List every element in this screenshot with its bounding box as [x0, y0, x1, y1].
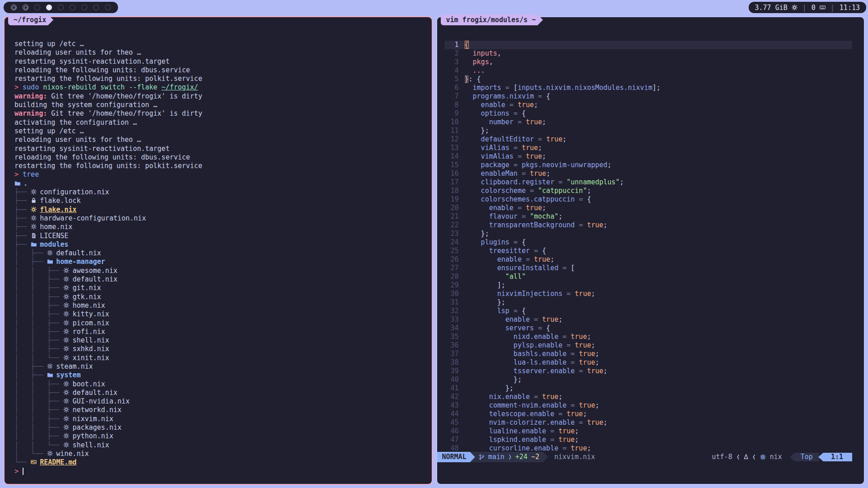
workspace-dot-empty[interactable]	[105, 5, 111, 10]
vim-tab-label: vim frogix/modules/s ~	[446, 16, 536, 24]
scroll-position-badge: Top	[790, 453, 819, 461]
gear-icon	[31, 188, 40, 197]
code-line: 23 };	[444, 230, 853, 238]
code-line: 39 tsserver.enable = true;	[444, 367, 853, 375]
code-line: 40 };	[444, 375, 853, 384]
vim-buffer[interactable]: 1{2 inputs,3 pkgs,4 ...5}: {6 imports = …	[437, 17, 864, 453]
gear-icon	[63, 389, 72, 397]
tree-item: │ │ ├── default.nix	[14, 275, 424, 284]
tree-item: │ │ ├── home.nix	[14, 301, 424, 310]
line-number: 8	[444, 101, 459, 109]
code-line: 35 nixd.enable = true;	[444, 333, 853, 341]
code-line: 21 flavour = "mocha";	[444, 212, 853, 221]
vim-tab[interactable]: vim frogix/modules/s ~	[441, 14, 538, 25]
code-line: 11 };	[444, 127, 853, 135]
code-line: 16 enableMan = true;	[444, 169, 853, 178]
folder-icon	[31, 240, 40, 249]
code-line: 7 programs.nixvim = {	[444, 92, 853, 101]
code-line: 26 enable = true;	[444, 255, 853, 264]
gear-icon	[47, 249, 56, 258]
terminal-line: > tree	[14, 170, 424, 179]
code-line: 34 servers = {	[444, 324, 853, 333]
line-number: 17	[444, 178, 459, 187]
tree-branch: ├──	[14, 214, 31, 222]
tree-item: └── README.md	[14, 458, 424, 467]
line-number: 46	[444, 427, 459, 436]
tree-branch: │ ├──	[14, 249, 47, 257]
line-number: 23	[444, 230, 459, 238]
tree-item-label: configuration.nix	[40, 188, 109, 196]
tree-branch: ├──	[14, 240, 31, 249]
tree-item: │ │ ├── nixvim.nix	[14, 415, 424, 423]
gear-icon	[63, 397, 72, 406]
line-number: 36	[444, 341, 459, 350]
line-number: 4	[444, 66, 459, 75]
tree-item-label: home.nix	[40, 223, 72, 231]
tree-branch: │ │ ├──	[14, 432, 63, 440]
tree-item-label: shell.nix	[72, 336, 109, 344]
workspace-dot-occupied[interactable]	[23, 5, 28, 10]
workspace-dot-empty[interactable]	[58, 5, 64, 10]
gear-icon	[63, 275, 72, 284]
code-line: 17 clipboard.register = "unnamedplus";	[444, 178, 853, 187]
tree-branch: │ │ ├──	[14, 423, 63, 432]
workspace-dot-active[interactable]	[46, 5, 52, 10]
tree-branch: ├──	[14, 232, 31, 240]
tree-item: │ │ ├── kitty.nix	[14, 310, 424, 319]
workspace-dot-empty[interactable]	[93, 5, 99, 10]
tree-item-label: picom.nix	[72, 319, 109, 327]
tree-item-label: awesome.nix	[72, 267, 117, 275]
gear-icon	[63, 284, 72, 292]
keyboard-icon	[820, 5, 826, 10]
gear-icon	[63, 380, 72, 389]
tree-item-label: networkd.nix	[72, 406, 121, 414]
tree-branch: │ │ ├──	[14, 267, 63, 275]
code-line: 1{	[444, 41, 853, 49]
terminal-line: reloading user units for theo …	[14, 136, 424, 144]
cursor-position-badge: 1:1	[818, 453, 852, 461]
code-line: 37 bashls.enable = true;	[444, 350, 853, 358]
terminal-line: restarting sysinit-reactivation.target	[14, 145, 424, 153]
code-line: 41 };	[444, 384, 853, 393]
line-number: 9	[444, 109, 459, 118]
code-line: 9 options = {	[444, 109, 853, 118]
tree-item: │ │ ├── gtk.nix	[14, 293, 424, 301]
code-line: 18 colorscheme = "catppuccin";	[444, 187, 853, 195]
gear-icon	[63, 328, 72, 336]
tree-item: │ │ ├── python.nix	[14, 432, 424, 441]
tree-item: │ ├── steam.nix	[14, 362, 424, 371]
statusline-filename: nixvim.nix	[548, 452, 601, 462]
code-line: 25 treesitter = {	[444, 247, 853, 255]
tree-item-label: sxhkd.nix	[72, 345, 109, 353]
terminal-line: restarting the following units: polkit.s…	[14, 75, 424, 83]
tree-item: ├── flake.lock	[14, 197, 424, 205]
workspace-dot-empty[interactable]	[81, 5, 87, 10]
workspace-dot-empty[interactable]	[70, 5, 75, 10]
terminal-content[interactable]: setting up /etc …reloading user units fo…	[5, 17, 432, 484]
terminal-tab[interactable]: ~/frogix	[8, 14, 48, 25]
tree-branch: │ │ ├──	[14, 301, 63, 310]
tree-branch: ├──	[14, 206, 31, 214]
code-line: 44 telescope.enable = true;	[444, 410, 853, 418]
license-icon	[31, 232, 40, 240]
mode-indicator: NORMAL	[437, 452, 475, 462]
tree-item-label: wine.nix	[56, 450, 89, 458]
code-line: 10 number = true;	[444, 118, 853, 127]
tree-item-label: GUI-nvidia.nix	[72, 397, 129, 405]
code-line: 3 pkgs,	[444, 58, 853, 66]
tree-branch: │ │ ├──	[14, 275, 63, 283]
tree-item-label: rofi.nix	[72, 328, 105, 336]
line-number: 43	[444, 401, 459, 410]
vim-editor[interactable]: 1{2 inputs,3 pkgs,4 ...5}: {6 imports = …	[437, 17, 864, 484]
tree-item: │ ├── default.nix	[14, 249, 424, 258]
tree-branch: ├──	[14, 197, 31, 205]
workspace-dot-occupied[interactable]	[11, 5, 17, 10]
tree-item: │ │ ├── git.nix	[14, 284, 424, 292]
clock: 11:13	[840, 4, 860, 12]
line-number: 28	[444, 272, 459, 281]
chevron-left-icon	[736, 454, 740, 460]
terminal-line: setting up /etc …	[14, 40, 424, 48]
workspace-dot-empty[interactable]	[34, 5, 40, 10]
line-number: 3	[444, 58, 459, 66]
tree-item: ├── modules	[14, 240, 424, 249]
